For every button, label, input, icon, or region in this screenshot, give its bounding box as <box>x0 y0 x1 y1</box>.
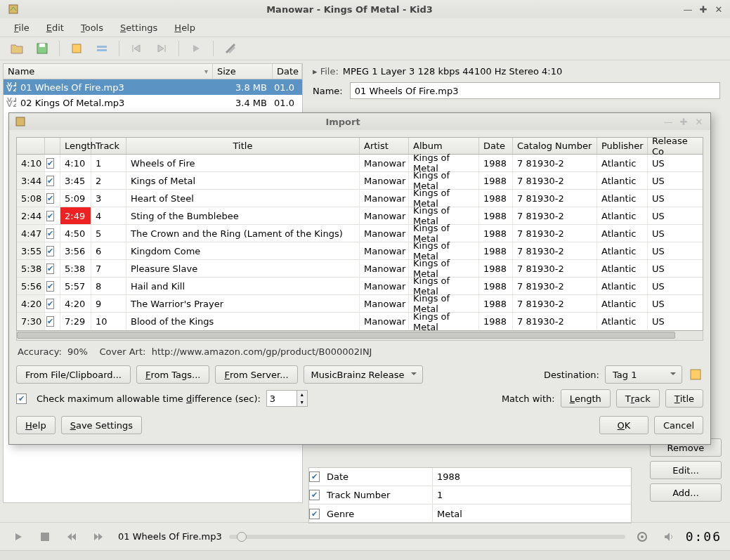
from-file-button[interactable]: From File/Clipboard... <box>16 365 131 384</box>
import-row[interactable]: 4:10 4:10 1 Wheels of Fire Manowar Kings… <box>17 155 703 172</box>
player-prev-icon[interactable] <box>62 528 82 546</box>
hdr-date[interactable]: Date <box>479 138 513 154</box>
name-input[interactable] <box>350 82 720 99</box>
hdr-release[interactable]: Release Co <box>648 138 703 154</box>
svg-rect-13 <box>16 117 25 126</box>
maximize-icon[interactable]: ✚ <box>698 4 709 15</box>
svg-point-12 <box>641 535 644 538</box>
import-table[interactable]: Length Track Title Artist Album Date Cat… <box>16 137 703 331</box>
import-row[interactable]: 4:20 4:20 9 The Warrior's Prayer Manowar… <box>17 295 703 313</box>
import-row[interactable]: 2:44 2:49 4 Sting of the Bumblebee Manow… <box>17 207 703 225</box>
player-bar: 01 Wheels Of Fire.mp3 0:06 <box>0 522 730 550</box>
match-label: Match with: <box>502 393 555 404</box>
revert-icon[interactable] <box>67 39 86 58</box>
menubar: File Edit Tools Settings Help <box>0 18 730 37</box>
player-stop-icon[interactable] <box>35 528 55 546</box>
help-button[interactable]: Help <box>16 416 56 434</box>
import-hscroll[interactable] <box>16 331 703 341</box>
rename-icon[interactable] <box>92 39 112 58</box>
hdr-length[interactable]: Length <box>60 138 91 154</box>
menu-tools[interactable]: Tools <box>74 20 110 35</box>
edit-button[interactable]: Edit... <box>650 461 722 479</box>
play-icon[interactable] <box>186 39 206 58</box>
open-icon[interactable] <box>7 39 27 58</box>
minimize-icon[interactable]: — <box>682 4 693 15</box>
import-row[interactable]: 5:08 5:09 3 Heart of Steel Manowar Kings… <box>17 190 703 207</box>
player-loop-icon[interactable] <box>632 528 652 546</box>
import-row[interactable]: 5:38 5:38 7 Pleasure Slave Manowar Kings… <box>17 260 703 278</box>
match-track-button[interactable]: Track <box>616 389 660 408</box>
file-info-prefix[interactable]: ▸ File: <box>313 66 339 77</box>
player-volume-icon[interactable] <box>659 528 679 546</box>
save-icon[interactable] <box>32 39 52 58</box>
hdr-track[interactable]: Track <box>91 138 126 154</box>
accuracy-label: Accuracy: <box>18 346 62 357</box>
svg-text:V2: V2 <box>6 83 16 92</box>
menu-help[interactable]: Help <box>167 20 202 35</box>
destination-combo[interactable]: Tag 1 <box>605 365 682 384</box>
settings-icon[interactable] <box>221 39 240 58</box>
from-server-button[interactable]: From Server... <box>215 365 297 384</box>
import-minimize-icon[interactable]: — <box>663 116 674 127</box>
player-next-icon[interactable] <box>89 528 108 546</box>
import-row[interactable]: 4:47 4:50 5 The Crown and the Ring (Lame… <box>17 225 703 242</box>
import-row[interactable]: 3:44 3:45 2 Kings of Metal Manowar Kings… <box>17 172 703 190</box>
prev-icon[interactable] <box>126 39 146 58</box>
row-checkbox <box>46 176 54 186</box>
import-close-icon[interactable]: ✕ <box>693 116 705 127</box>
hdr-title[interactable]: Title <box>126 138 360 154</box>
check-time-checkbox[interactable] <box>16 393 27 404</box>
save-settings-button[interactable]: Save Settings <box>61 416 142 434</box>
hdr-artist[interactable]: Artist <box>360 138 409 154</box>
tag-checkbox[interactable] <box>309 490 320 500</box>
col-size[interactable]: Size <box>217 66 236 77</box>
row-checkbox <box>46 228 54 239</box>
import-maximize-icon[interactable]: ✚ <box>678 116 689 127</box>
tag-checkbox[interactable] <box>309 509 320 519</box>
close-icon[interactable]: ✕ <box>713 4 724 15</box>
time-diff-spinner[interactable]: ▴▾ <box>266 390 308 407</box>
import-row[interactable]: 3:55 3:56 6 Kingdom Come Manowar Kings o… <box>17 242 703 260</box>
spin-down-icon[interactable]: ▾ <box>297 398 307 406</box>
menu-settings[interactable]: Settings <box>113 20 164 35</box>
coverart-value: http://www.amazon.com/gp/product/B000002… <box>152 346 372 357</box>
import-row[interactable]: 5:56 5:57 8 Hail and Kill Manowar Kings … <box>17 278 703 295</box>
file-row[interactable]: V1V202 Kings Of Metal.mp33.4 MB01.0 <box>4 95 302 110</box>
tag-checkbox[interactable] <box>309 471 320 482</box>
hdr-album[interactable]: Album <box>409 138 479 154</box>
col-name[interactable]: Name <box>8 66 34 77</box>
name-label: Name: <box>313 86 343 96</box>
svg-rect-5 <box>97 49 107 51</box>
check-time-label: Check maximum allowable time difference … <box>37 393 261 404</box>
tag-row[interactable]: Track Number1 <box>309 486 631 504</box>
tag-row[interactable]: GenreMetal <box>309 504 631 523</box>
import-row[interactable]: 7:30 7:29 10 Blood of the Kings Manowar … <box>17 313 703 330</box>
from-tags-button[interactable]: From Tags... <box>136 365 209 384</box>
match-length-button[interactable]: Length <box>561 389 611 408</box>
hdr-publisher[interactable]: Publisher <box>597 138 648 154</box>
player-slider[interactable] <box>229 535 625 539</box>
menu-edit[interactable]: Edit <box>39 20 71 35</box>
file-row[interactable]: V1V201 Wheels Of Fire.mp33.8 MB01.0 <box>4 79 302 95</box>
tag-value[interactable]: 1988 <box>432 468 631 486</box>
file-info: ▸ File: MPEG 1 Layer 3 128 kbps 44100 Hz… <box>308 63 724 79</box>
tag-value[interactable]: Metal <box>432 504 631 523</box>
add-button[interactable]: Add... <box>650 483 722 502</box>
file-tag-icon: V1V2 <box>5 97 18 108</box>
spin-up-icon[interactable]: ▴ <box>297 391 307 398</box>
source-combo[interactable]: MusicBrainz Release <box>304 365 423 384</box>
match-title-button[interactable]: Title <box>665 389 703 408</box>
next-icon[interactable] <box>152 39 171 58</box>
player-play-icon[interactable] <box>8 528 28 546</box>
import-dialog-title: Import <box>27 117 658 127</box>
refresh-icon[interactable] <box>688 367 703 382</box>
cancel-button[interactable]: Cancel <box>654 416 703 434</box>
ok-button[interactable]: OK <box>599 416 648 434</box>
menu-file[interactable]: File <box>7 20 37 35</box>
tag-row[interactable]: Date1988 <box>309 468 631 486</box>
app-icon <box>6 1 21 17</box>
time-diff-input[interactable] <box>266 390 297 407</box>
tag-value[interactable]: 1 <box>432 486 631 504</box>
hdr-catalog[interactable]: Catalog Number <box>513 138 597 154</box>
col-date[interactable]: Date <box>277 66 299 77</box>
